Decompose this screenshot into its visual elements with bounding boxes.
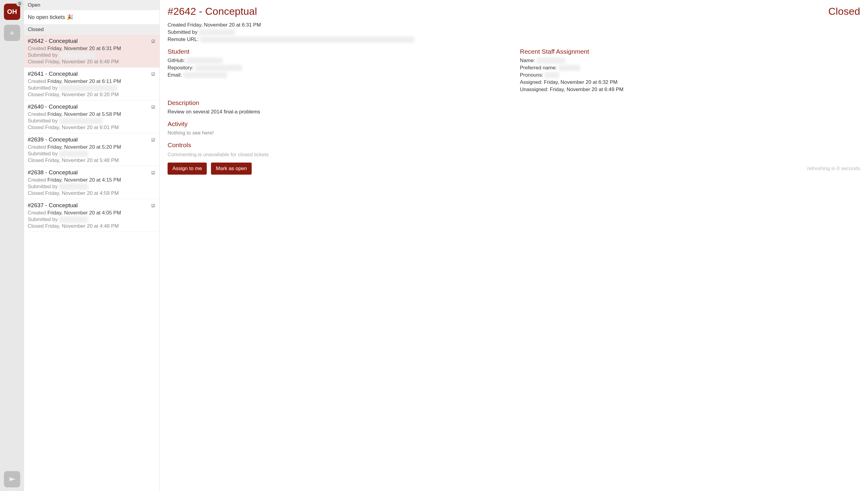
check-icon: ☑ — [151, 72, 155, 77]
activity-heading: Activity — [167, 120, 860, 127]
ticket-item-closed: Closed Friday, November 20 at 5:48 PM — [28, 157, 156, 164]
controls-heading: Controls — [167, 141, 860, 149]
ticket-item-closed: Closed Friday, November 20 at 4:59 PM — [28, 190, 156, 196]
ticket-item[interactable]: #2640 - ConceptualCreated Friday, Novemb… — [24, 100, 159, 133]
plus-icon: + — [10, 29, 14, 37]
ticket-item-created: Created Friday, November 20 at 6:11 PM — [28, 79, 156, 84]
open-section-header: Open — [24, 0, 159, 10]
ticket-item-created: Created Friday, November 20 at 5:20 PM — [28, 144, 156, 150]
ticket-list-column: Open No open tickets 🎉 Closed #2642 - Co… — [24, 0, 160, 491]
ticket-item-created: Created Friday, November 20 at 4:05 PM — [28, 210, 156, 216]
add-button[interactable]: + — [4, 25, 20, 41]
ticket-item-submitted: Submitted by ████████ — [28, 151, 156, 157]
description-body: Review on several 2014 final-a problems — [167, 109, 860, 115]
staff-heading: Recent Staff Assignment — [520, 48, 860, 55]
queue-badge: 0 — [16, 1, 23, 6]
description-heading: Description — [167, 99, 860, 107]
refresh-note: refreshing in 0 seconds — [807, 166, 860, 172]
github-line: GitHub: ██████████ — [167, 58, 508, 64]
controls-row: Assign to me Mark as open refreshing in … — [167, 163, 860, 175]
staff-name-line: Name: ████████ — [520, 58, 860, 64]
ticket-item-title: #2641 - Conceptual — [28, 70, 156, 77]
check-icon: ☑ — [151, 39, 155, 44]
nav-rail: OH 0 + — [0, 0, 24, 491]
student-block: Student GitHub: ██████████ Repository: █… — [167, 48, 508, 94]
check-icon: ☑ — [151, 203, 155, 208]
queue-label: OH — [7, 8, 17, 16]
ticket-item-closed: Closed Friday, November 20 at 6:01 PM — [28, 124, 156, 131]
open-empty-message: No open tickets 🎉 — [24, 10, 159, 24]
ticket-item-title: #2638 - Conceptual — [28, 169, 156, 176]
ticket-item-created: Created Friday, November 20 at 4:15 PM — [28, 177, 156, 183]
collapse-button[interactable] — [4, 471, 20, 487]
collapse-icon — [8, 475, 16, 483]
ticket-item-submitted: Submitted by ████████ — [28, 184, 156, 190]
ticket-item-submitted: Submitted by ████████████ — [28, 118, 156, 124]
staff-assigned-line: Assigned: Friday, November 20 at 6:32 PM — [520, 79, 860, 85]
ticket-item[interactable]: #2637 - ConceptualCreated Friday, Novemb… — [24, 199, 159, 232]
ticket-item[interactable]: #2639 - ConceptualCreated Friday, Novemb… — [24, 133, 159, 166]
mark-open-button[interactable]: Mark as open — [211, 163, 252, 175]
assign-button[interactable]: Assign to me — [167, 163, 207, 175]
closed-section-header: Closed — [24, 24, 159, 35]
activity-empty: Nothing to see here! — [167, 130, 860, 136]
ticket-detail: #2642 - Conceptual Closed Created Friday… — [160, 0, 868, 491]
student-heading: Student — [167, 48, 508, 55]
ticket-meta: Created Friday, November 20 at 6:31 PM S… — [167, 22, 860, 42]
ticket-item-submitted: Submitted by ████████████████ — [28, 85, 156, 91]
check-icon: ☑ — [151, 170, 155, 175]
ticket-item[interactable]: #2642 - ConceptualCreated Friday, Novemb… — [24, 35, 159, 67]
check-icon: ☑ — [151, 138, 155, 142]
ticket-item-submitted: Submitted by ████████ — [28, 216, 156, 223]
submitted-redacted: ██████████ — [199, 29, 235, 35]
ticket-item-closed: Closed Friday, November 20 at 4:48 PM — [28, 223, 156, 229]
submitted-line: Submitted by ██████████ — [167, 29, 860, 35]
ticket-item-title: #2639 - Conceptual — [28, 136, 156, 143]
staff-pref-line: Preferred name: ██████ — [520, 65, 860, 71]
repo-line: Repository: █████████████ — [167, 65, 508, 71]
ticket-list: #2642 - ConceptualCreated Friday, Novemb… — [24, 35, 159, 232]
remote-redacted: ████████████████████████████████████████… — [200, 36, 414, 42]
ticket-item-title: #2640 - Conceptual — [28, 104, 156, 110]
staff-pronouns-line: Pronouns: ████ — [520, 72, 860, 78]
remote-line: Remote URL: ████████████████████████████… — [167, 36, 860, 42]
ticket-item[interactable]: #2638 - ConceptualCreated Friday, Novemb… — [24, 166, 159, 199]
staff-unassigned-line: Unassigned: Friday, November 20 at 6:49 … — [520, 87, 860, 93]
ticket-item-closed: Closed Friday, November 20 at 6:49 PM — [28, 59, 156, 65]
staff-block: Recent Staff Assignment Name: ████████ P… — [520, 48, 860, 94]
queue-button[interactable]: OH 0 — [4, 4, 20, 20]
ticket-item-created: Created Friday, November 20 at 6:31 PM — [28, 46, 156, 52]
ticket-title: #2642 - Conceptual — [167, 5, 257, 17]
ticket-item-title: #2642 - Conceptual — [28, 38, 156, 44]
ticket-item-title: #2637 - Conceptual — [28, 202, 156, 209]
created-line: Created Friday, November 20 at 6:31 PM — [167, 22, 860, 28]
ticket-status: Closed — [828, 5, 860, 17]
ticket-item-submitted: Submitted by ██████████ — [28, 52, 156, 58]
comment-disabled: Commenting is unavailable for closed tic… — [167, 152, 860, 158]
ticket-item-created: Created Friday, November 20 at 5:58 PM — [28, 111, 156, 117]
check-icon: ☑ — [151, 105, 155, 110]
ticket-item-closed: Closed Friday, November 20 at 6:20 PM — [28, 92, 156, 98]
email-line: Email: ████████████ — [167, 72, 508, 78]
ticket-item[interactable]: #2641 - ConceptualCreated Friday, Novemb… — [24, 67, 159, 100]
